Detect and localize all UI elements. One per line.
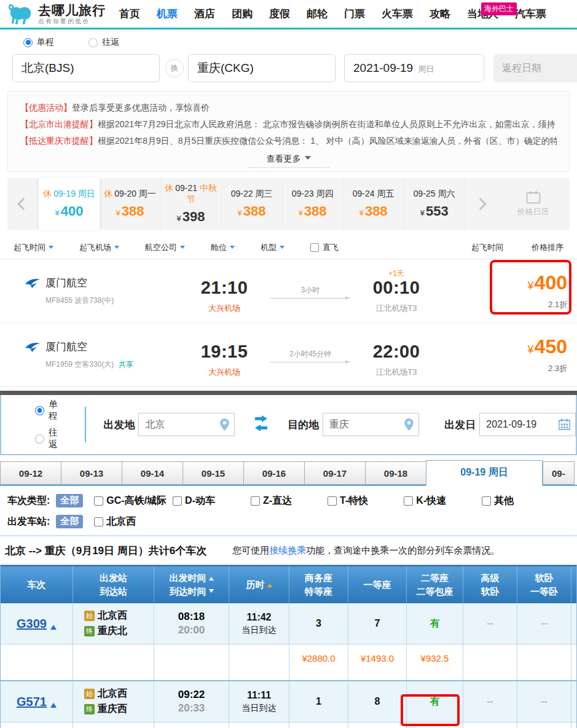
train-tab-0919-selected[interactable]: 09-19 周日 (426, 460, 543, 486)
train-to-value: 重庆 (329, 418, 404, 431)
flight-roundtrip-radio[interactable]: 往返 (88, 37, 119, 48)
sort-asc-icon[interactable] (209, 574, 214, 581)
train-type-other-checkbox[interactable]: 其他 (482, 495, 514, 507)
carousel-prev-button[interactable] (7, 178, 39, 230)
train-oneway-radio[interactable]: 单程 (35, 399, 66, 422)
checkbox[interactable] (328, 496, 337, 506)
flight-row-mf8455[interactable]: 厦门航空 MF8455 波音738(中) 21:10 大兴机场 3小时 +1天 … (0, 259, 577, 323)
date-tab-0925[interactable]: 09-25 周六 ¥553 (404, 178, 465, 230)
train-tab-0916[interactable]: 09-16 (243, 461, 304, 485)
train-tab-0912[interactable]: 09-12 (0, 461, 61, 485)
nav-guides[interactable]: 攻略 (430, 7, 450, 21)
nav-flights[interactable]: 机票 (157, 7, 178, 21)
train-link-g571[interactable]: G571 (17, 695, 47, 709)
train-type-gc-checkbox[interactable]: GC-高铁/城际 (94, 495, 167, 507)
col-times-sort[interactable]: 出发时间 到达时间 (154, 566, 229, 603)
train-link-g309[interactable]: G309 (17, 617, 47, 631)
notice-text: 根据2021年8月9日、8月5日重庆疾控微信公众号消息： 1、 对中（高）风险区… (98, 136, 557, 146)
train-tab-0917[interactable]: 09-17 (304, 461, 365, 485)
transfer-link[interactable]: 接续换乘 (269, 545, 306, 555)
train-tab-0913[interactable]: 09-13 (61, 461, 122, 485)
direct-flight-checkbox[interactable]: 直飞 (310, 242, 339, 253)
checkbox[interactable] (94, 517, 103, 526)
qunar-logo[interactable]: 去哪儿旅行 总有你要的低价 (7, 2, 106, 26)
filter-aircraft[interactable]: 机型 (261, 242, 285, 253)
discount-label: 2.1折 (485, 299, 567, 310)
sort-by-time-button[interactable]: 起飞时间 (471, 242, 503, 253)
price-block[interactable]: ¥400 2.1折 (485, 272, 577, 310)
arrival-airport: 江北机场T3 (356, 303, 436, 314)
checkbox[interactable] (404, 496, 413, 506)
date-tab-0923[interactable]: 09-23 周四 ¥388 (283, 178, 343, 230)
station-beijingxi-checkbox[interactable]: 北京西 (94, 515, 136, 528)
checkbox[interactable] (251, 496, 260, 506)
section-divider (0, 391, 577, 395)
price-calendar-button[interactable]: 价格日历 (497, 178, 570, 230)
nav-cruise[interactable]: 邮轮 (307, 7, 328, 21)
nav-deals[interactable]: 团购 (232, 7, 253, 21)
train-roundtrip-radio[interactable]: 往返 (35, 427, 66, 450)
nav-bus[interactable]: 汽车票 (515, 7, 546, 21)
origin-badge: 始 (84, 611, 95, 621)
xiamen-air-logo-icon (25, 278, 41, 289)
carousel-next-button[interactable] (465, 178, 497, 230)
flight-row-mf1959[interactable]: 厦门航空 MF1959 空客330(大) 共享 19:15 大兴机场 2小时45… (0, 323, 577, 387)
roundtrip-label: 往返 (102, 37, 119, 48)
flight-from-field[interactable]: 北京(BJS) (12, 54, 160, 82)
train-type-d-checkbox[interactable]: D-动车 (173, 495, 215, 507)
train-tab-0918[interactable]: 09-18 (365, 461, 426, 485)
date-tab-0922[interactable]: 09-22 周三 ¥388 (222, 178, 283, 230)
price-block[interactable]: ¥450 2.3折 (485, 335, 577, 374)
filter-airline[interactable]: 航空公司 (145, 242, 185, 253)
terminal-station: 重庆西 (98, 703, 127, 716)
filter-cabin[interactable]: 舱位 (211, 242, 235, 253)
flight-to-field[interactable]: 重庆(CKG) (188, 54, 336, 82)
station-all-badge[interactable]: 全部 (56, 515, 83, 528)
swap-cities-button[interactable]: 换 (165, 59, 184, 77)
date-tab-0919[interactable]: 休09-19 周日 ¥400 (39, 178, 100, 230)
sort-by-price-button[interactable]: 价格排序 (532, 242, 563, 253)
train-tab-next-partial[interactable]: 09- (543, 461, 575, 485)
train-tab-0914[interactable]: 09-14 (122, 461, 183, 485)
train-date-input[interactable]: 2021-09-19 (479, 413, 576, 436)
col-duration-sort[interactable]: 历时 (229, 566, 289, 603)
collapse-icon[interactable] (50, 622, 57, 630)
nav-train[interactable]: 火车票 (382, 7, 413, 21)
train-type-z-checkbox[interactable]: Z-直达 (251, 495, 292, 507)
checkbox[interactable] (94, 496, 103, 506)
train-tab-0915[interactable]: 09-15 (183, 461, 243, 485)
checkbox[interactable] (173, 496, 182, 506)
nav-home[interactable]: 首页 (119, 7, 140, 21)
collapse-icon[interactable] (50, 700, 57, 708)
date-tab-0924[interactable]: 09-24 周五 ¥388 (343, 178, 404, 230)
train-table: 车次 出发站 到达站 出发时间 到达时间 历时 商务座 特等座 一等座 二等座 … (0, 565, 577, 728)
filter-depart-airport[interactable]: 起飞机场 (79, 242, 119, 253)
flight-oneway-radio[interactable]: 单程 (23, 37, 54, 48)
train-to-input[interactable]: 重庆 (323, 413, 419, 436)
filter-depart-time[interactable]: 起飞时间 (14, 242, 53, 253)
checkbox[interactable] (482, 496, 491, 506)
date-price-carousel: 休09-19 周日 ¥400 休09-20 周一 ¥388 休09-21 中秋节… (7, 178, 570, 230)
train-type-k-checkbox[interactable]: K-快速 (404, 495, 446, 507)
checkbox[interactable] (310, 243, 319, 252)
col-train-no[interactable]: 车次 (1, 566, 73, 603)
train-type-all-badge[interactable]: 全部 (56, 494, 83, 507)
second-price: ¥932.5 (421, 653, 449, 663)
depart-date-field[interactable]: 2021-09-19 周日 (344, 54, 484, 82)
from-city-value: 北京(BJS) (22, 60, 74, 76)
nav-tickets[interactable]: 门票 (344, 7, 365, 21)
date-tab-0921[interactable]: 休09-21 中秋节 ¥398 (161, 178, 222, 230)
date-tab-0920[interactable]: 休09-20 周一 ¥388 (100, 178, 161, 230)
train-type-t-checkbox[interactable]: T-特快 (328, 495, 368, 507)
swap-stations-button[interactable] (253, 415, 269, 434)
see-more-button[interactable]: 查看更多 (248, 154, 329, 168)
sort-desc-icon[interactable] (209, 589, 214, 595)
nav-hotels[interactable]: 酒店 (194, 7, 215, 21)
oneway-label: 单程 (37, 37, 54, 48)
business-seats: 3 (316, 618, 321, 629)
train-from-input[interactable]: 北京 (138, 413, 235, 436)
flight-filter-bar: 起飞时间 起飞机场 航空公司 舱位 机型 直飞 起飞时间 价格排序 (0, 236, 577, 259)
nav-vacation[interactable]: 度假 (269, 7, 290, 21)
date-label: 出发日 (444, 418, 476, 432)
return-date-field[interactable]: 返程日期 (493, 54, 577, 82)
